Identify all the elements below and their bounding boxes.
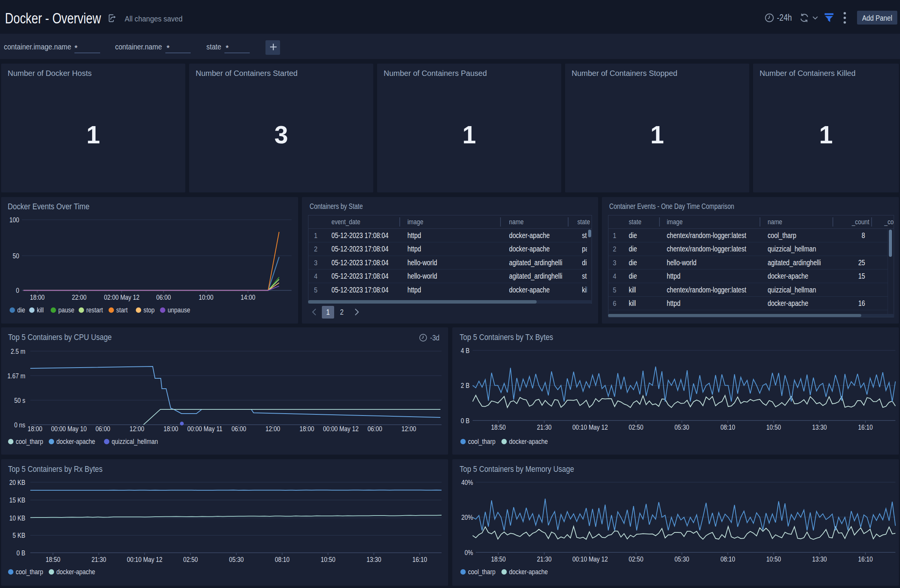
svg-text:02:50: 02:50 — [183, 556, 198, 563]
svg-text:18:00: 18:00 — [30, 294, 45, 301]
svg-text:agitated_ardinghelli: agitated_ardinghelli — [509, 272, 562, 281]
svg-text:cool_tharp: cool_tharp — [16, 438, 43, 445]
svg-text:12:00: 12:00 — [401, 425, 416, 433]
svg-text:quizzical_hellman: quizzical_hellman — [768, 245, 816, 254]
svg-text:13:30: 13:30 — [812, 555, 827, 563]
svg-text:2: 2 — [314, 245, 318, 253]
svg-text:pause: pause — [582, 245, 599, 253]
svg-text:_count: _count — [884, 217, 900, 226]
svg-text:cool_tharp: cool_tharp — [468, 438, 495, 445]
svg-text:05-12-2023 17:08:04: 05-12-2023 17:08:04 — [331, 272, 389, 281]
svg-text:13:30: 13:30 — [366, 556, 381, 563]
svg-text:4 B: 4 B — [461, 347, 470, 354]
svg-text:05-12-2023 17:08:04: 05-12-2023 17:08:04 — [331, 231, 389, 240]
svg-text:20 KB: 20 KB — [9, 478, 25, 486]
svg-text:5 KB: 5 KB — [13, 532, 25, 539]
svg-text:16:10: 16:10 — [412, 556, 427, 563]
svg-text:18:00: 18:00 — [300, 425, 314, 433]
svg-text:06:00: 06:00 — [96, 425, 110, 433]
svg-text:cool_tharp: cool_tharp — [16, 568, 43, 576]
svg-text:die: die — [582, 258, 590, 267]
svg-text:10:50: 10:50 — [321, 556, 335, 563]
svg-text:restart: restart — [86, 306, 103, 314]
svg-text:15: 15 — [858, 272, 865, 281]
svg-text:hello-world: hello-world — [407, 258, 437, 267]
svg-text:httpd: httpd — [407, 245, 421, 253]
svg-text:16:10: 16:10 — [858, 424, 873, 431]
svg-text:10:50: 10:50 — [766, 424, 781, 431]
svg-text:8: 8 — [862, 231, 865, 240]
svg-text:12:00: 12:00 — [130, 425, 144, 433]
svg-text:00:00 May 11: 00:00 May 11 — [187, 425, 222, 433]
svg-text:50: 50 — [13, 252, 19, 260]
svg-text:13:30: 13:30 — [812, 424, 827, 431]
svg-text:httpd: httpd — [407, 286, 421, 294]
svg-text:0%: 0% — [465, 549, 473, 556]
svg-text:stop: stop — [143, 306, 155, 314]
svg-text:die: die — [629, 258, 637, 267]
svg-text:cool_tharp: cool_tharp — [468, 568, 495, 576]
svg-text:3: 3 — [613, 259, 616, 267]
svg-text:start: start — [582, 231, 594, 240]
svg-text:1.67 m: 1.67 m — [7, 372, 25, 379]
svg-text:06:00: 06:00 — [368, 425, 382, 433]
svg-text:0 B: 0 B — [16, 549, 25, 557]
svg-text:name: name — [768, 217, 782, 226]
svg-text:21:30: 21:30 — [91, 556, 106, 563]
svg-text:die: die — [629, 272, 637, 281]
svg-text:14:00: 14:00 — [241, 294, 255, 301]
svg-text:unpause: unpause — [168, 306, 190, 314]
svg-text:die: die — [17, 306, 25, 314]
svg-text:2: 2 — [340, 308, 343, 317]
svg-text:02:50: 02:50 — [629, 424, 643, 431]
svg-text:06:00: 06:00 — [156, 294, 171, 301]
svg-text:05:30: 05:30 — [674, 424, 689, 431]
svg-text:00:00 May 10: 00:00 May 10 — [51, 425, 87, 433]
svg-text:docker-apache: docker-apache — [509, 568, 548, 576]
svg-text:00:10 May 12: 00:10 May 12 — [127, 556, 163, 563]
svg-text:08:10: 08:10 — [275, 556, 289, 563]
svg-text:02:50: 02:50 — [629, 555, 643, 563]
svg-text:docker-apache: docker-apache — [56, 438, 95, 445]
svg-text:18:50: 18:50 — [46, 556, 60, 563]
svg-text:start: start — [116, 306, 128, 314]
svg-text:20%: 20% — [461, 513, 473, 521]
svg-text:docker-apache: docker-apache — [768, 272, 808, 281]
svg-text:start: start — [582, 272, 594, 281]
svg-text:quizzical_hellman: quizzical_hellman — [112, 438, 158, 445]
svg-text:22:00: 22:00 — [72, 294, 86, 301]
svg-text:httpd: httpd — [667, 299, 681, 307]
svg-text:05-12-2023 17:08:04: 05-12-2023 17:08:04 — [331, 258, 389, 267]
svg-text:docker-apache: docker-apache — [509, 231, 550, 240]
svg-text:1: 1 — [613, 232, 616, 240]
svg-text:kill: kill — [629, 286, 636, 294]
svg-text:quizzical_hellman: quizzical_hellman — [768, 286, 816, 294]
svg-text:cool_tharp: cool_tharp — [768, 231, 796, 240]
svg-text:18:50: 18:50 — [491, 424, 506, 431]
svg-text:00:10 May 12: 00:10 May 12 — [572, 424, 608, 431]
svg-text:kill: kill — [37, 306, 44, 314]
svg-text:_count: _count — [852, 217, 870, 226]
svg-text:hello-world: hello-world — [667, 258, 696, 267]
svg-text:100: 100 — [9, 216, 19, 224]
svg-text:02:00 May 12: 02:00 May 12 — [104, 294, 140, 301]
svg-text:docker-apache: docker-apache — [509, 438, 548, 445]
svg-text:4: 4 — [314, 272, 318, 281]
svg-text:die: die — [629, 231, 637, 240]
svg-text:10:50: 10:50 — [766, 555, 781, 563]
svg-text:die: die — [629, 245, 637, 253]
svg-text:18:00: 18:00 — [163, 425, 178, 433]
svg-text:00:00 May 12: 00:00 May 12 — [323, 425, 359, 433]
svg-text:hello-world: hello-world — [407, 272, 437, 281]
svg-text:0 ns: 0 ns — [14, 421, 25, 429]
svg-text:2: 2 — [613, 245, 616, 253]
svg-text:state: state — [629, 217, 641, 226]
svg-text:kill: kill — [629, 299, 636, 307]
svg-text:6: 6 — [613, 299, 616, 308]
svg-text:08:10: 08:10 — [720, 424, 735, 431]
svg-text:4: 4 — [613, 272, 616, 281]
svg-text:5: 5 — [314, 286, 318, 294]
svg-text:05-12-2023 17:08:04: 05-12-2023 17:08:04 — [331, 286, 389, 294]
svg-text:agitated_ardinghelli: agitated_ardinghelli — [509, 258, 562, 267]
svg-text:18:50: 18:50 — [491, 555, 506, 563]
